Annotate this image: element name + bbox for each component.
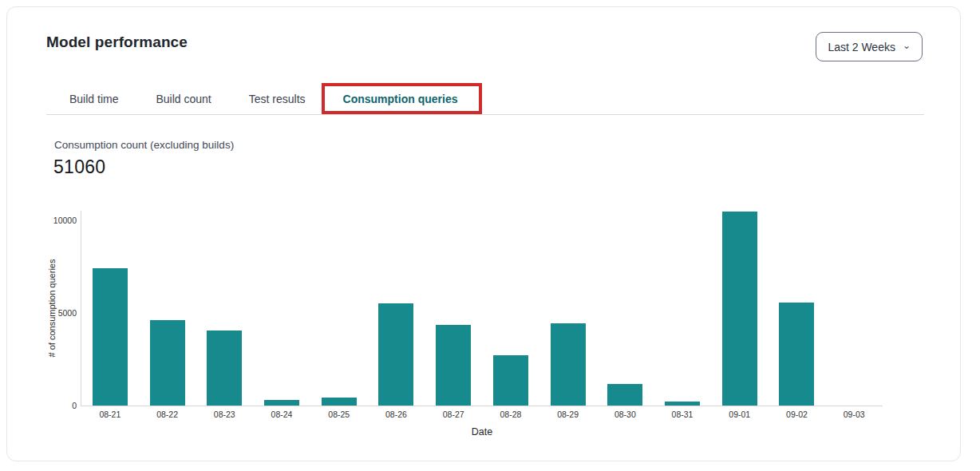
bar-slot-08-22 [139,211,196,406]
y-tick-label-5000: 5000 [58,308,77,318]
bar-slot-08-27 [425,211,482,406]
bar-08-27 [436,325,471,406]
bar-08-21 [93,268,128,406]
bar-09-01 [722,212,757,406]
tab-consumption-queries[interactable]: Consumption queries [343,93,458,105]
x-tick-label-08-30: 08-30 [596,410,654,419]
bar-08-22 [150,320,185,406]
bar-slot-08-31 [654,211,711,406]
x-tick-label-09-03: 09-03 [825,410,883,419]
x-tick-label-08-27: 08-27 [425,410,482,419]
x-tick-label-08-25: 08-25 [310,410,368,419]
metric-label: Consumption count (excluding builds) [54,139,234,151]
page: Model performance Last 2 Weeks ⌄ Build t… [0,0,980,471]
tab-build-time[interactable]: Build time [69,93,118,105]
date-range-label: Last 2 Weeks [828,41,895,53]
bar-09-02 [779,303,814,406]
bar-slot-08-25 [310,211,368,406]
bar-slot-08-30 [596,211,654,406]
bar-slot-08-23 [196,211,253,406]
bar-08-23 [207,330,242,406]
bar-slot-08-21 [81,211,139,406]
date-range-dropdown[interactable]: Last 2 Weeks ⌄ [816,32,923,61]
tab-build-count[interactable]: Build count [156,93,211,105]
bar-08-31 [665,402,700,406]
x-tick-label-08-24: 08-24 [253,410,310,419]
x-tick-label-09-01: 09-01 [711,410,769,419]
x-axis-labels: 08-2108-2208-2308-2408-2508-2608-2708-28… [81,410,883,419]
tabs-bar: Build time Build count Test results Cons… [46,84,924,115]
bar-08-28 [493,355,528,406]
bar-slot-08-28 [482,211,539,406]
x-tick-label-08-28: 08-28 [482,410,539,419]
y-tick-label-0: 0 [72,401,77,410]
model-performance-card: Model performance Last 2 Weeks ⌄ Build t… [6,6,961,461]
x-tick-label-08-29: 08-29 [539,410,597,419]
metric-value: 51060 [53,156,105,178]
plot-area [81,211,883,406]
tab-test-results[interactable]: Test results [249,93,306,105]
page-title: Model performance [46,34,188,51]
x-tick-label-08-22: 08-22 [139,410,196,419]
x-tick-label-08-23: 08-23 [196,410,253,419]
bar-slot-09-03 [825,211,883,406]
bar-08-29 [551,323,586,406]
x-axis-title: Date [81,426,883,437]
tab-consumption-queries-label: Consumption queries [343,93,458,105]
bar-08-26 [378,303,413,406]
y-axis-title: # of consumption queries [47,259,57,358]
x-tick-label-08-21: 08-21 [81,410,139,419]
x-tick-label-08-26: 08-26 [368,410,425,419]
bar-slot-08-24 [253,211,310,406]
y-tick-label-10000: 10000 [53,216,77,225]
bar-slot-08-26 [368,211,425,406]
bar-08-25 [322,398,357,406]
bar-slot-09-01 [711,211,769,406]
bar-slot-08-29 [539,211,597,406]
x-tick-label-09-02: 09-02 [769,410,826,419]
consumption-queries-chart: # of consumption queries 08-2108-2208-23… [81,211,883,406]
bar-08-24 [264,400,299,406]
bar-slot-09-02 [769,211,826,406]
bar-08-30 [607,384,642,406]
x-tick-label-08-31: 08-31 [654,410,711,419]
chevron-down-icon: ⌄ [903,41,911,50]
